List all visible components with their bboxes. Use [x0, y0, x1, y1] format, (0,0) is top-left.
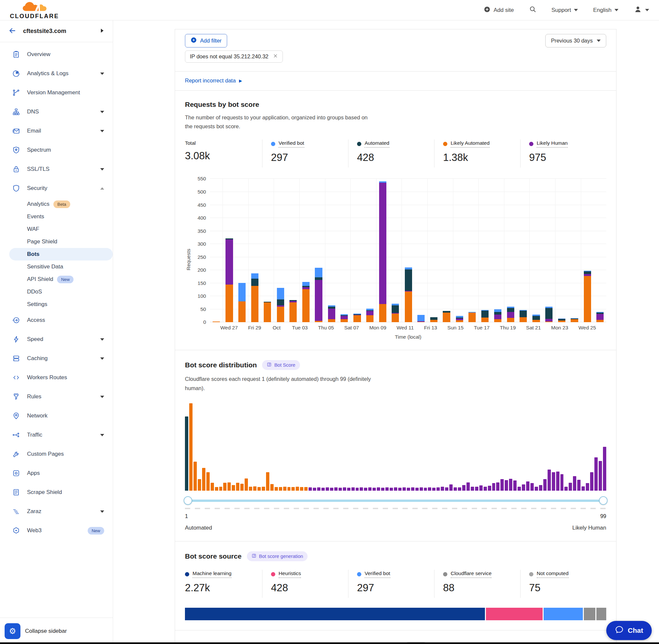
sidebar-item-scrape-shield[interactable]: Scrape Shield: [0, 483, 113, 502]
account-menu[interactable]: [634, 5, 649, 15]
sidebar-item-email[interactable]: Email: [0, 121, 113, 140]
chat-button[interactable]: Chat: [606, 621, 652, 640]
sidebar-item-ddos[interactable]: DDoS: [0, 285, 113, 298]
search-button[interactable]: [529, 6, 536, 15]
slider-handle-min[interactable]: [184, 496, 192, 505]
sidebar-item-rules[interactable]: Rules: [0, 387, 113, 406]
x-tick-label: [414, 325, 424, 331]
bar-segment-likely-automated: [468, 313, 476, 322]
support-menu[interactable]: Support: [551, 7, 578, 14]
slider-track[interactable]: [186, 500, 605, 502]
bot-score-histogram: [185, 403, 606, 491]
sidebar-item-network[interactable]: Network: [0, 406, 113, 426]
score-range-slider[interactable]: [185, 496, 606, 505]
sidebar-item-ssl-tls[interactable]: SSL/TLS: [0, 160, 113, 179]
close-icon[interactable]: [273, 53, 278, 60]
stat-verified-bot: Verified bot 297: [348, 570, 434, 598]
chevron-down-icon: [100, 396, 104, 398]
stacked-bar: [443, 311, 450, 322]
stat-machine-learning: Machine learning 2.27k: [185, 570, 262, 598]
cloudflare-logo[interactable]: CLOUDFLARE: [10, 1, 59, 19]
sidebar-item-security-events[interactable]: Events: [0, 210, 113, 223]
x-axis-labels: Wed 27Fri 29OctTue 03Thu 05Sat 07Mon 09W…: [210, 325, 606, 331]
sidebar-item-zaraz[interactable]: Zaraz: [0, 502, 113, 521]
sidebar-item-waf[interactable]: WAF: [0, 223, 113, 235]
chevron-right-icon[interactable]: [100, 28, 104, 34]
sidebar-item-security-analytics[interactable]: AnalyticsBeta: [0, 198, 113, 210]
sidebar-item-web3[interactable]: Web3New: [0, 521, 113, 540]
sidebar-item-sensitive-data[interactable]: Sensitive Data: [0, 260, 113, 273]
bar-segment-likely-automated: [533, 320, 540, 322]
x-tick-label: [596, 325, 606, 331]
stat-label[interactable]: Verified bot: [364, 571, 390, 578]
sidebar: cftestsite3.com OverviewAnalytics & Logs…: [0, 20, 113, 644]
sidebar-item-speed[interactable]: Speed: [0, 330, 113, 349]
stat-value: 297: [271, 152, 348, 164]
stat-label[interactable]: Not computed: [537, 571, 569, 578]
sidebar-item-workers-routes[interactable]: Workers Routes: [0, 368, 113, 387]
stat-label[interactable]: Likely Automated: [451, 140, 490, 148]
bar-segment-likely-human: [596, 314, 604, 320]
histogram-bar-score-52: [402, 487, 406, 491]
histogram-bar-score-2: [189, 403, 192, 491]
report-incorrect-data-link[interactable]: Report incorrect data ▶: [185, 77, 242, 84]
sidebar-item-analytics-logs[interactable]: Analytics & Logs: [0, 64, 113, 83]
sidebar-item-traffic[interactable]: Traffic: [0, 426, 113, 444]
filter-chip[interactable]: IP does not equal 35.212.240.32: [185, 50, 283, 63]
legend-dot: [529, 572, 534, 576]
histogram-bar-score-91: [569, 483, 572, 491]
x-tick-label: [210, 325, 220, 331]
stat-label[interactable]: Cloudflare service: [451, 571, 492, 578]
stat-label[interactable]: Likely Human: [537, 140, 568, 148]
histogram-bar-score-42: [360, 487, 363, 491]
bar-segment-likely-human: [315, 280, 322, 321]
sidebar-item-overview[interactable]: Overview: [0, 45, 113, 64]
stat-label[interactable]: Verified bot: [279, 140, 304, 148]
histogram-bar-score-81: [526, 481, 529, 491]
bot-score-source-section: Bot score source Bot score generation Ma…: [175, 542, 616, 630]
sidebar-item-version-management[interactable]: Version Management: [0, 83, 113, 102]
sidebar-item-apps[interactable]: Apps: [0, 464, 113, 483]
histogram-bar-score-97: [594, 457, 598, 491]
histogram-bar-score-15: [244, 479, 248, 491]
histogram-bar-score-57: [424, 488, 427, 491]
sidebar-item-page-shield[interactable]: Page Shield: [0, 235, 113, 248]
bot-score-generation-badge[interactable]: Bot score generation: [247, 551, 308, 561]
chevron-up-icon: [100, 187, 104, 190]
sidebar-item-dns[interactable]: DNS: [0, 102, 113, 121]
sidebar-item-api-shield[interactable]: API ShieldNew: [0, 273, 113, 285]
add-filter-button[interactable]: Add filter: [185, 34, 227, 47]
range-min-caption: Automated: [185, 525, 212, 531]
x-tick-label: [334, 325, 344, 331]
site-selector[interactable]: cftestsite3.com: [0, 20, 113, 42]
settings-gear-button[interactable]: ⚙: [5, 623, 20, 639]
sidebar-item-custom-pages[interactable]: Custom Pages: [0, 444, 113, 464]
bot-score-badge[interactable]: Bot Score: [262, 360, 300, 370]
stat-label[interactable]: Machine learning: [192, 571, 231, 578]
language-menu[interactable]: English: [593, 7, 618, 14]
sidebar-item-caching[interactable]: Caching: [0, 349, 113, 368]
sidebar-item-bots[interactable]: Bots: [9, 248, 113, 260]
histogram-bar-score-88: [556, 472, 560, 491]
histogram-bar-score-4: [198, 479, 201, 490]
range-min-value: 1: [185, 513, 188, 519]
y-tick-label: 450: [197, 202, 206, 208]
chart-plot-area: [210, 179, 606, 322]
histogram-bar-score-77: [509, 479, 512, 491]
sidebar-item-security[interactable]: Security: [0, 179, 113, 198]
sidebar-item-security-settings[interactable]: Settings: [0, 298, 113, 310]
stat-label[interactable]: Heuristics: [279, 571, 301, 578]
collapse-sidebar-button[interactable]: Collapse sidebar: [25, 628, 67, 635]
bar-segment-likely-human: [507, 312, 514, 318]
stacked-bar: [507, 307, 514, 322]
slider-handle-max[interactable]: [599, 496, 608, 505]
time-range-dropdown[interactable]: Previous 30 days: [545, 34, 606, 47]
bar-column: [543, 179, 555, 322]
bar-segment-automated: [507, 308, 514, 312]
stat-label[interactable]: Automated: [364, 140, 389, 148]
add-site-button[interactable]: Add site: [484, 6, 514, 15]
sidebar-item-spectrum[interactable]: Spectrum: [0, 140, 113, 160]
back-arrow-icon[interactable]: [8, 27, 17, 36]
sidebar-item-access[interactable]: Access: [0, 310, 113, 330]
bar-segment-likely-human: [340, 316, 348, 319]
